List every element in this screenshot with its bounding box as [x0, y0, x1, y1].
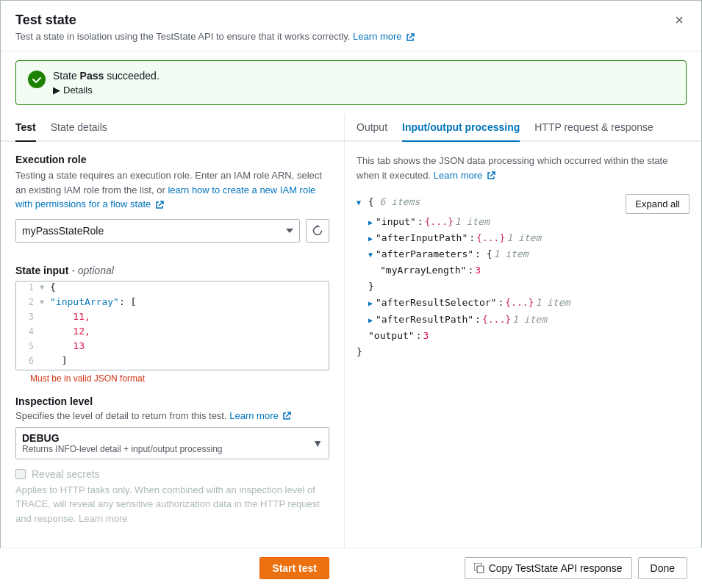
success-banner: State Pass succeeded. ▶ Details: [15, 60, 687, 105]
svg-rect-0: [477, 566, 484, 573]
state-input-label: State input - optional: [15, 265, 329, 276]
tab-output[interactable]: Output: [357, 114, 387, 142]
json-tree-header: ▼ { 6 items Expand all: [357, 194, 690, 214]
inspection-level-title: Inspection level: [15, 395, 329, 407]
debug-select[interactable]: DEBUG Returns INFO-level detail + input/…: [15, 427, 329, 459]
right-footer: Copy TestState API response Done: [344, 548, 702, 588]
inspection-level-section: Inspection level Specifies the level of …: [1, 384, 344, 459]
subtitle-text: Test a state in isolation using the Test…: [15, 31, 350, 42]
tree-root-close: }: [357, 344, 690, 360]
reveal-secrets-section: Reveal secrets Applies to HTTP tasks onl…: [1, 459, 344, 526]
tree-row-after-input-path: ▶ "afterInputPath" : {...} 1 item: [357, 230, 690, 246]
after-input-path-toggle[interactable]: ▶: [368, 232, 373, 245]
root-toggle[interactable]: ▼: [357, 198, 361, 207]
modal-header: Test state Test a state in isolation usi…: [1, 1, 701, 51]
expand-all-button[interactable]: Expand all: [626, 194, 690, 214]
modal-subtitle: Test a state in isolation using the Test…: [15, 31, 672, 42]
right-panel: Output Input/output processing HTTP requ…: [345, 114, 701, 587]
code-line: 6 ]: [16, 355, 329, 370]
reveal-secrets-label: Reveal secrets: [32, 468, 100, 480]
modal-title-block: Test state Test a state in isolation usi…: [15, 12, 672, 42]
modal-title: Test state: [15, 12, 672, 28]
code-line: 4 12,: [16, 326, 329, 340]
code-line: 5 13: [16, 340, 329, 355]
right-description: This tab shows the JSON data processing …: [357, 154, 690, 182]
start-test-button[interactable]: Start test: [259, 557, 329, 579]
copy-button-label: Copy TestState API response: [489, 562, 623, 574]
tab-test[interactable]: Test: [15, 114, 36, 142]
left-footer: Start test: [0, 548, 344, 588]
learn-more-link[interactable]: Learn more: [353, 31, 415, 42]
modal-container: Test state Test a state in isolation usi…: [0, 0, 702, 588]
success-title: State Pass succeeded.: [53, 70, 674, 82]
tree-row-output: "output" : 3: [357, 328, 690, 344]
code-line: 2 ▼ "inputArray": [: [16, 296, 329, 311]
after-result-path-toggle[interactable]: ▶: [368, 314, 373, 326]
reveal-row: Reveal secrets: [15, 468, 329, 480]
details-arrow: ▶: [53, 85, 60, 96]
tab-input-output-processing[interactable]: Input/output processing: [402, 114, 520, 142]
inspection-learn-more-link[interactable]: Learn more: [229, 410, 291, 421]
tree-row-input: ▶ "input" : {...} 1 item: [357, 214, 690, 230]
tree-row-after-parameters-close: }: [357, 279, 690, 295]
left-panel: Test State details Execution role Testin…: [1, 114, 345, 587]
tree-row-after-result-selector: ▶ "afterResultSelector" : {...} 1 item: [357, 295, 690, 311]
main-content: Test State details Execution role Testin…: [1, 114, 701, 587]
done-button[interactable]: Done: [638, 557, 687, 579]
success-icon: [28, 71, 46, 88]
reveal-learn-more-link[interactable]: Learn more: [79, 513, 127, 524]
after-result-selector-toggle[interactable]: ▶: [368, 297, 373, 309]
left-tabs: Test State details: [1, 114, 344, 142]
test-state-modal: Test state Test a state in isolation usi…: [0, 0, 702, 588]
after-parameters-toggle[interactable]: ▼: [368, 248, 373, 261]
details-toggle[interactable]: ▶ Details: [53, 85, 93, 96]
code-line: 1 ▼ {: [16, 282, 329, 296]
debug-select-arrow: ▼: [312, 437, 323, 449]
refresh-button[interactable]: [306, 219, 329, 243]
tree-row-my-array-length: "myArrayLength" : 3: [357, 262, 690, 279]
right-content: This tab shows the JSON data processing …: [345, 142, 701, 587]
tab-http-request-response[interactable]: HTTP request & response: [534, 114, 653, 142]
role-select[interactable]: myPassStateRole: [15, 219, 300, 243]
right-tabs: Output Input/output processing HTTP requ…: [345, 114, 701, 142]
reveal-secrets-checkbox[interactable]: [15, 469, 26, 479]
copy-teststate-api-button[interactable]: Copy TestState API response: [465, 557, 632, 579]
tree-row-after-result-path: ▶ "afterResultPath" : {...} 1 item: [357, 312, 690, 328]
tree-row-after-parameters: ▼ "afterParameters" : { 1 item: [357, 246, 690, 262]
json-error-message: Must be in valid JSON format: [15, 373, 329, 384]
close-button[interactable]: ×: [672, 12, 687, 27]
tab-state-details[interactable]: State details: [51, 114, 107, 142]
success-content: State Pass succeeded. ▶ Details: [53, 70, 674, 96]
reveal-secrets-desc: Applies to HTTP tasks only. When combine…: [15, 483, 329, 526]
right-learn-more-link[interactable]: Learn more: [434, 170, 495, 181]
json-tree: ▼ { 6 items Expand all ▶ "input" : {...}: [357, 194, 690, 360]
execution-role-title: Execution role: [15, 154, 329, 165]
state-input-section: State input - optional 1 ▼ { 2 ▼ "inputA…: [1, 253, 344, 384]
code-editor[interactable]: 1 ▼ { 2 ▼ "inputArray": [ 3 11,: [15, 281, 329, 370]
inspection-level-desc: Specifies the level of detail to return …: [15, 410, 329, 421]
role-row: myPassStateRole: [15, 219, 329, 243]
execution-role-desc: Testing a state requires an execution ro…: [15, 168, 329, 212]
code-line: 3 11,: [16, 311, 329, 326]
input-toggle[interactable]: ▶: [368, 216, 373, 229]
execution-role-section: Execution role Testing a state requires …: [1, 142, 344, 243]
